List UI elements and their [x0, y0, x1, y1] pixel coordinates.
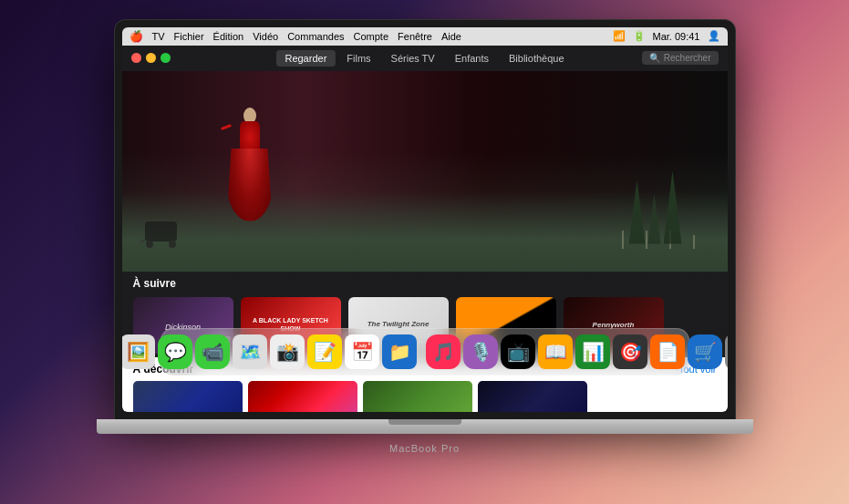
next-up-title: À suivre: [133, 277, 717, 290]
dock-numbers[interactable]: 📊: [575, 334, 610, 369]
dock-podcasts[interactable]: 🎙️: [463, 334, 498, 369]
apple-menu[interactable]: 🍎: [129, 30, 143, 43]
dock-books[interactable]: 📖: [538, 334, 573, 369]
dock-notes[interactable]: 📝: [307, 334, 342, 369]
search-bar[interactable]: 🔍 Rechercher: [642, 51, 719, 65]
window-titlebar: Regarder Films Séries TV Enfants Bibliot…: [122, 46, 728, 71]
dock-facetime[interactable]: 📹: [195, 334, 230, 369]
dock-appstore[interactable]: 🛒: [688, 334, 722, 369]
trees: [629, 171, 682, 244]
laptop-screen: 🍎 TV Fichier Édition Vidéo Commandes Com…: [115, 20, 735, 419]
hero-section[interactable]: [122, 71, 728, 272]
dock: 🔵 🚀 🧭 🖼️ 💬 📹 🗺️ 📸 📝 📅 📁 🎵 🎙️ 📺 📖 📊 🎯 �: [160, 328, 689, 375]
tab-bibliotheque[interactable]: Bibliothèque: [500, 50, 574, 67]
menubar-edition[interactable]: Édition: [213, 31, 244, 42]
menubar: 🍎 TV Fichier Édition Vidéo Commandes Com…: [122, 27, 728, 46]
svg-line-3: [140, 240, 145, 242]
discover-card-1[interactable]: [133, 381, 243, 412]
menubar-left: 🍎 TV Fichier Édition Vidéo Commandes Com…: [129, 30, 462, 43]
menubar-compte[interactable]: Compte: [354, 31, 389, 42]
dock-keynote[interactable]: 🎯: [613, 334, 647, 369]
laptop-model-label: MacBook Pro: [389, 443, 460, 454]
dock-photos[interactable]: 📸: [270, 334, 305, 369]
tab-series-tv[interactable]: Séries TV: [382, 50, 444, 67]
svg-point-1: [146, 241, 153, 248]
clock: Mar. 09:41: [653, 31, 700, 42]
battery-icon: 🔋: [633, 30, 646, 42]
dock-music[interactable]: 🎵: [426, 334, 461, 369]
discover-cards: VENOM DAY: [133, 381, 717, 412]
svg-rect-0: [145, 221, 177, 242]
menubar-fichier[interactable]: Fichier: [174, 31, 204, 42]
menubar-aide[interactable]: Aide: [441, 31, 461, 42]
menubar-video[interactable]: Vidéo: [253, 31, 278, 42]
minimize-button[interactable]: [146, 53, 156, 63]
search-icon: 🔍: [649, 53, 660, 63]
tab-films[interactable]: Films: [337, 50, 379, 67]
wifi-icon: 📶: [613, 30, 626, 42]
menubar-fenetre[interactable]: Fenêtre: [398, 31, 432, 42]
menubar-app[interactable]: TV: [152, 31, 165, 42]
close-button[interactable]: [131, 53, 141, 63]
discover-card-4[interactable]: [478, 381, 587, 412]
tab-enfants[interactable]: Enfants: [446, 50, 498, 67]
search-placeholder-text: Rechercher: [664, 53, 711, 63]
dock-messages[interactable]: 💬: [158, 334, 192, 369]
carriage: [140, 217, 191, 249]
laptop-notch: [388, 419, 461, 425]
laptop-base: MacBook Pro: [97, 419, 753, 434]
dock-calendar[interactable]: 📅: [345, 334, 379, 369]
svg-point-2: [169, 241, 176, 248]
dock-sysprefs[interactable]: ⚙️: [725, 334, 728, 369]
hero-figure: [213, 108, 286, 253]
nav-tabs: Regarder Films Séries TV Enfants Bibliot…: [275, 50, 573, 67]
dock-photos-img[interactable]: 🖼️: [122, 334, 156, 369]
menubar-right: 📶 🔋 Mar. 09:41 👤: [613, 30, 720, 42]
dock-maps[interactable]: 🗺️: [233, 334, 267, 369]
dock-appletv[interactable]: 📺: [501, 334, 535, 369]
dock-pages[interactable]: 📄: [650, 334, 685, 369]
tab-regarder[interactable]: Regarder: [275, 50, 336, 67]
user-icon[interactable]: 👤: [708, 30, 720, 42]
traffic-lights: [131, 53, 171, 63]
discover-card-2[interactable]: [248, 381, 357, 412]
laptop: 🍎 TV Fichier Édition Vidéo Commandes Com…: [78, 20, 771, 485]
dock-files[interactable]: 📁: [382, 334, 417, 369]
discover-card-3[interactable]: VENOM DAY: [363, 381, 472, 412]
maximize-button[interactable]: [160, 53, 171, 63]
screen-inner: 🍎 TV Fichier Édition Vidéo Commandes Com…: [122, 27, 728, 412]
menubar-commandes[interactable]: Commandes: [287, 31, 344, 42]
